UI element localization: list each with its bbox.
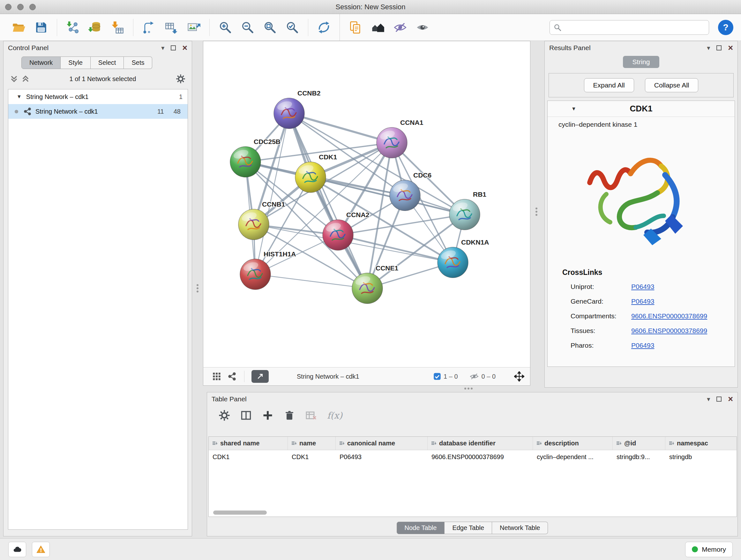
function-builder-button[interactable]: f(x) bbox=[327, 410, 342, 421]
network-node-cdkn1a[interactable] bbox=[437, 247, 468, 278]
column-header-name[interactable]: name bbox=[288, 437, 336, 450]
network-edge[interactable] bbox=[289, 113, 367, 288]
float-panel-icon[interactable] bbox=[717, 396, 722, 401]
gear-icon[interactable] bbox=[176, 74, 185, 84]
float-panel-icon[interactable] bbox=[717, 45, 722, 51]
tab-node-table[interactable]: Node Table bbox=[397, 522, 445, 534]
crosslink-link[interactable]: P06493 bbox=[631, 298, 654, 305]
disclosure-triangle-icon[interactable]: ▼ bbox=[17, 94, 22, 100]
horizontal-scrollbar[interactable] bbox=[213, 510, 267, 515]
expand-all-icon[interactable] bbox=[21, 75, 30, 83]
column-header-namespac[interactable]: namespac bbox=[665, 437, 737, 450]
open-session-button[interactable] bbox=[10, 17, 28, 37]
tab-network-table[interactable]: Network Table bbox=[492, 522, 548, 534]
table-settings-button[interactable] bbox=[219, 410, 230, 421]
splitter-handle[interactable] bbox=[536, 207, 537, 216]
network-node-cdk1[interactable] bbox=[295, 162, 326, 192]
show-columns-button[interactable] bbox=[240, 410, 252, 421]
tab-style[interactable]: Style bbox=[61, 57, 90, 69]
tab-string[interactable]: String bbox=[623, 56, 660, 68]
crosslink-link[interactable]: P06493 bbox=[631, 283, 654, 291]
memory-button[interactable]: Memory bbox=[685, 542, 733, 557]
tab-network[interactable]: Network bbox=[21, 57, 61, 69]
network-node-cdc6[interactable] bbox=[390, 180, 420, 211]
close-panel-icon[interactable]: × bbox=[728, 395, 733, 403]
warnings-button[interactable] bbox=[32, 542, 50, 557]
float-panel-icon[interactable] bbox=[171, 45, 176, 51]
crosslink-link[interactable]: 9606.ENSP00000378699 bbox=[631, 327, 707, 334]
export-image-button[interactable] bbox=[185, 17, 203, 37]
import-database-icon bbox=[88, 20, 102, 35]
close-panel-icon[interactable]: × bbox=[182, 44, 187, 52]
table-row[interactable]: CDK1CDK1P064939606.ENSP00000378699cyclin… bbox=[209, 450, 737, 463]
column-header-shared-name[interactable]: shared name bbox=[209, 437, 288, 450]
table-toolbar: f(x) bbox=[207, 406, 738, 425]
selected-checkbox-icon[interactable] bbox=[433, 373, 441, 380]
refresh-button[interactable] bbox=[315, 17, 333, 37]
network-node-ccnb2[interactable] bbox=[274, 98, 305, 129]
collapse-entry-icon[interactable]: ▼ bbox=[571, 106, 576, 112]
help-button[interactable]: ? bbox=[718, 20, 733, 35]
create-column-button[interactable] bbox=[262, 410, 273, 421]
birds-eye-view-button[interactable] bbox=[514, 371, 524, 381]
network-node-ccna2[interactable] bbox=[323, 220, 353, 250]
network-row[interactable]: String Network – cdk1 11 48 bbox=[8, 104, 188, 119]
column-header-@id[interactable]: @id bbox=[613, 437, 665, 450]
home-button[interactable] bbox=[368, 17, 387, 37]
collapse-all-button[interactable]: Collapse All bbox=[645, 78, 698, 92]
zoom-fit-button[interactable] bbox=[261, 17, 279, 37]
search-input[interactable] bbox=[549, 20, 709, 35]
column-header-canonical-name[interactable]: canonical name bbox=[336, 437, 428, 450]
splitter-handle[interactable] bbox=[464, 388, 473, 389]
network-node-ccna1[interactable] bbox=[377, 127, 407, 158]
network-edge[interactable] bbox=[255, 274, 367, 288]
control-panel-header: Control Panel ▾ × bbox=[3, 41, 192, 55]
network-node-hist1h1a[interactable] bbox=[240, 259, 271, 290]
collapse-all-icon[interactable] bbox=[10, 75, 18, 83]
crosslink-link[interactable]: 9606.ENSP00000378699 bbox=[631, 312, 707, 320]
panel-menu-icon[interactable]: ▾ bbox=[161, 44, 164, 52]
network-edge[interactable] bbox=[289, 113, 392, 143]
import-network-from-file-button[interactable] bbox=[64, 17, 82, 37]
entry-header[interactable]: ▼ CDK1 bbox=[548, 101, 735, 117]
network-node-cdc25b[interactable] bbox=[230, 146, 261, 177]
hidden-eye-slash-icon[interactable] bbox=[469, 372, 479, 381]
zoom-out-button[interactable] bbox=[239, 17, 257, 37]
zoom-selected-button[interactable] bbox=[283, 17, 301, 37]
window-zoom-button[interactable] bbox=[29, 4, 36, 10]
close-panel-icon[interactable]: × bbox=[728, 44, 733, 52]
link-views-button[interactable] bbox=[227, 372, 237, 381]
hide-graphics-details-button[interactable] bbox=[391, 17, 409, 37]
network-edge[interactable] bbox=[338, 235, 453, 262]
export-network-button[interactable] bbox=[140, 17, 158, 37]
splitter-handle[interactable] bbox=[197, 284, 199, 293]
expand-all-button[interactable]: Expand All bbox=[584, 78, 634, 92]
window-minimize-button[interactable] bbox=[17, 4, 23, 10]
save-session-button[interactable] bbox=[32, 17, 51, 37]
network-node-ccne1[interactable] bbox=[352, 273, 383, 304]
show-graphics-details-button[interactable] bbox=[413, 17, 432, 37]
tab-sets[interactable]: Sets bbox=[124, 57, 152, 69]
column-header-database-identifier[interactable]: database identifier bbox=[428, 437, 533, 450]
panel-menu-icon[interactable]: ▾ bbox=[707, 395, 710, 403]
window-close-button[interactable] bbox=[5, 4, 11, 10]
detach-view-button[interactable] bbox=[252, 370, 269, 383]
tab-select[interactable]: Select bbox=[91, 57, 124, 69]
export-table-button[interactable] bbox=[162, 17, 181, 37]
network-collection-row[interactable]: ▼ String Network – cdk1 1 bbox=[8, 89, 188, 104]
column-header-description[interactable]: description bbox=[533, 437, 613, 450]
panel-menu-icon[interactable]: ▾ bbox=[707, 44, 710, 52]
copy-document-button[interactable] bbox=[346, 17, 365, 37]
import-table-from-file-button[interactable] bbox=[108, 17, 127, 37]
crosslink-link[interactable]: P06493 bbox=[631, 341, 654, 349]
network-node-rb1[interactable] bbox=[449, 199, 480, 230]
network-node-ccnb1[interactable] bbox=[239, 209, 269, 240]
grid-view-button[interactable] bbox=[212, 372, 221, 381]
tab-edge-table[interactable]: Edge Table bbox=[445, 522, 492, 534]
zoom-in-button[interactable] bbox=[216, 17, 234, 37]
import-network-from-database-button[interactable] bbox=[86, 17, 105, 37]
cloud-button[interactable] bbox=[8, 542, 26, 557]
network-view-title: String Network – cdk1 bbox=[297, 373, 359, 380]
delete-column-button[interactable] bbox=[284, 410, 295, 421]
network-canvas[interactable]: CCNB2CCNA1CDC25BCDK1CDC6RB1CCNB1CCNA2CDK… bbox=[203, 41, 530, 367]
